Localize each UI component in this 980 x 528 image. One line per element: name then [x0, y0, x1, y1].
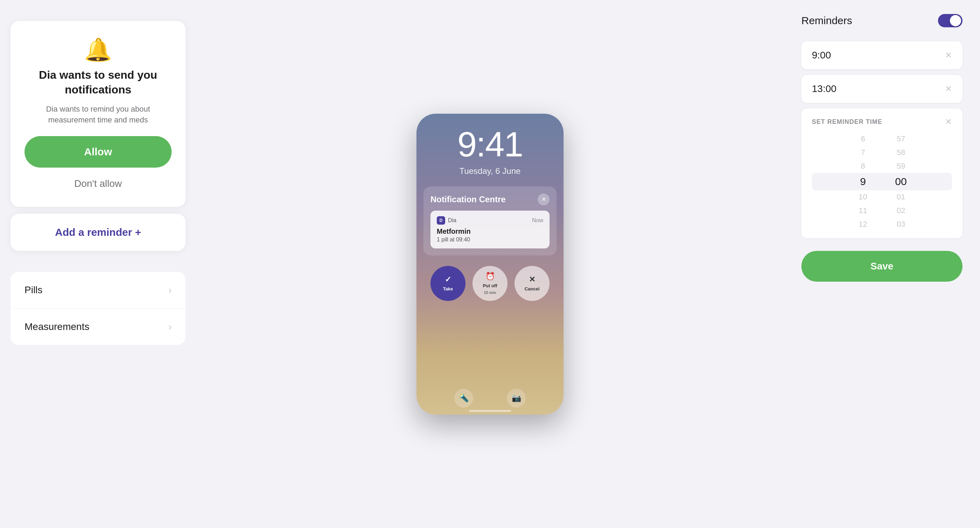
hour-8[interactable]: 8	[861, 161, 865, 172]
time-picker: 6 7 8 9 10 11 12 : 57 58 59 00 01 02 03	[812, 134, 952, 230]
hour-10[interactable]: 10	[859, 192, 867, 203]
check-icon: ✓	[445, 275, 451, 284]
minute-58[interactable]: 58	[897, 147, 905, 158]
add-reminder-text[interactable]: Add a reminder +	[55, 227, 141, 238]
putoff-label: Put off	[483, 283, 497, 288]
dont-allow-button[interactable]: Don't allow	[71, 174, 126, 193]
reminders-title: Reminders	[801, 15, 852, 27]
time-close-2[interactable]: ✕	[945, 84, 952, 94]
cancel-button[interactable]: ✕ Cancel	[514, 266, 550, 301]
notif-app-info: D Dia	[437, 216, 457, 225]
menu-items: Pills › Measurements ›	[11, 272, 186, 345]
chevron-right-icon: ›	[169, 284, 172, 296]
phone-time: 9:41	[417, 124, 563, 165]
take-label: Take	[443, 286, 453, 292]
minute-01[interactable]: 01	[897, 192, 905, 203]
left-panel: 🔔 Dia wants to send you notifications Di…	[0, 0, 196, 528]
x-icon: ✕	[529, 275, 535, 284]
flashlight-icon[interactable]: 🔦	[454, 389, 473, 407]
nc-title: Notification Centre	[430, 195, 506, 205]
menu-item-measurements[interactable]: Measurements ›	[11, 309, 186, 345]
middle-panel: 9:41 Tuesday, 6 June Notification Centre…	[196, 0, 784, 528]
phone-mockup: 9:41 Tuesday, 6 June Notification Centre…	[417, 114, 563, 415]
reminders-toggle[interactable]	[938, 14, 963, 27]
take-button[interactable]: ✓ Take	[430, 266, 466, 301]
clock-icon: ⏰	[485, 272, 495, 281]
notification-title: Dia wants to send you notifications	[24, 68, 172, 97]
menu-item-pills[interactable]: Pills ›	[11, 272, 186, 309]
time-value-2: 13:00	[812, 83, 837, 95]
time-close-1[interactable]: ✕	[945, 51, 952, 60]
hour-9[interactable]: 9	[860, 174, 866, 189]
notif-time: Now	[532, 217, 543, 224]
nc-header: Notification Centre ✕	[430, 193, 550, 205]
phone-date: Tuesday, 6 June	[417, 166, 563, 176]
time-picker-highlight	[812, 173, 952, 190]
notif-title: Metformin	[437, 227, 543, 235]
camera-icon[interactable]: 📷	[507, 389, 526, 407]
nc-close-button[interactable]: ✕	[538, 193, 550, 205]
hour-6[interactable]: 6	[861, 134, 865, 144]
save-button[interactable]: Save	[801, 251, 963, 282]
chevron-right-icon: ›	[169, 321, 172, 332]
add-reminder-card[interactable]: Add a reminder +	[11, 214, 186, 251]
time-value-1: 9:00	[812, 50, 831, 61]
cancel-label: Cancel	[525, 286, 540, 292]
notification-subtitle: Dia wants to remind you about measuremen…	[24, 104, 172, 125]
putoff-button[interactable]: ⏰ Put off 15 min	[473, 266, 508, 301]
set-reminder-section: SET REMINDER TIME ✕ 6 7 8 9 10 11 12 : 5…	[801, 108, 963, 238]
bell-icon: 🔔	[84, 38, 112, 61]
notif-app-row: D Dia Now	[437, 216, 543, 225]
app-name: Dia	[448, 217, 457, 224]
minute-00[interactable]: 00	[895, 174, 907, 189]
set-reminder-header: SET REMINDER TIME ✕	[812, 117, 952, 127]
home-indicator	[469, 410, 511, 412]
menu-item-measurements-label: Measurements	[24, 321, 89, 332]
notif-body: 1 pill at 09:40	[437, 236, 543, 243]
hour-12[interactable]: 12	[859, 219, 867, 230]
notification-card: 🔔 Dia wants to send you notifications Di…	[11, 21, 186, 207]
allow-button[interactable]: Allow	[24, 136, 172, 168]
minute-59[interactable]: 59	[897, 161, 905, 172]
hour-7[interactable]: 7	[861, 147, 865, 158]
app-icon: D	[437, 216, 445, 225]
time-entry-1: 9:00 ✕	[801, 41, 963, 69]
putoff-sublabel: 15 min	[484, 290, 496, 295]
reminders-header: Reminders	[801, 14, 963, 27]
minute-03[interactable]: 03	[897, 219, 905, 230]
set-reminder-close[interactable]: ✕	[945, 117, 952, 127]
menu-item-pills-label: Pills	[24, 284, 42, 296]
action-buttons: ✓ Take ⏰ Put off 15 min ✕ Cancel	[423, 266, 557, 301]
hour-11[interactable]: 11	[859, 205, 867, 216]
minute-02[interactable]: 02	[897, 205, 905, 216]
time-entry-2: 13:00 ✕	[801, 75, 963, 103]
set-reminder-label: SET REMINDER TIME	[812, 118, 882, 125]
right-panel: Reminders 9:00 ✕ 13:00 ✕ SET REMINDER TI…	[784, 0, 980, 528]
notification-centre: Notification Centre ✕ D Dia Now Metformi…	[423, 187, 557, 255]
minute-57[interactable]: 57	[897, 134, 905, 144]
notification-item: D Dia Now Metformin 1 pill at 09:40	[430, 211, 550, 249]
phone-bottom-bar: 🔦 📷	[417, 389, 563, 407]
